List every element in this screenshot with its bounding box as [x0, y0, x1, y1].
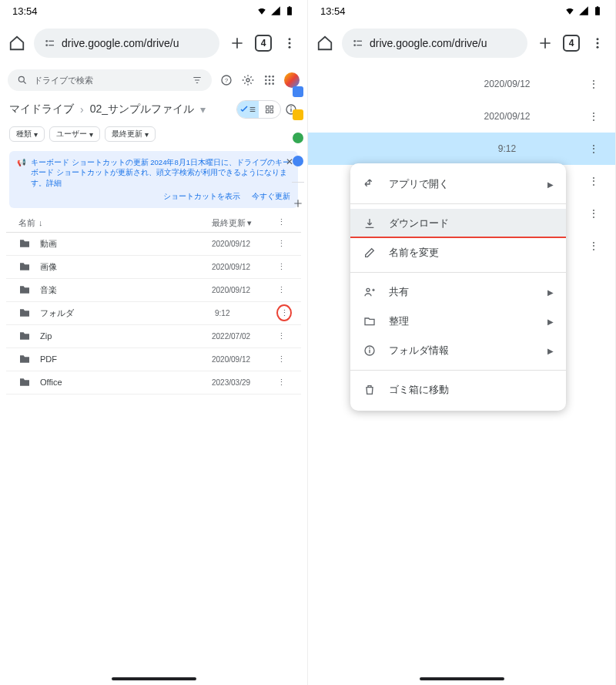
file-row[interactable]: PDF 2020/09/12 ⋮ [6, 348, 301, 371]
list-item-selected[interactable]: 9:12 ⋮ [308, 133, 615, 165]
folder-icon [18, 376, 31, 388]
row-more-button[interactable]: ⋮ [589, 111, 598, 122]
file-date: 2020/09/12 [212, 263, 273, 271]
menu-share[interactable]: 共有 ▶ [350, 277, 566, 307]
banner-action-show[interactable]: ショートカットを表示 [163, 192, 240, 200]
svg-point-12 [269, 76, 271, 78]
organize-icon [363, 315, 377, 327]
chevron-right-icon: › [80, 103, 84, 116]
file-name: Zip [40, 331, 212, 341]
column-name-label[interactable]: 名前 [18, 217, 35, 229]
row-more-button[interactable]: ⋮ [589, 240, 598, 251]
add-addon-button[interactable] [293, 198, 303, 209]
row-more-button[interactable]: ⋮ [273, 331, 289, 341]
caret-down-icon: ▾ [89, 130, 93, 139]
row-more-button[interactable]: ⋮ [273, 354, 289, 364]
menu-download[interactable]: ダウンロード [350, 209, 566, 238]
file-row[interactable]: 画像 2020/09/12 ⋮ [6, 256, 301, 279]
row-more-button[interactable]: ⋮ [273, 378, 289, 388]
svg-point-11 [265, 76, 267, 78]
row-more-button[interactable]: ⋮ [273, 285, 289, 295]
menu-trash[interactable]: ゴミ箱に移動 [350, 375, 566, 405]
file-row[interactable]: 動画 2020/09/12 ⋮ [6, 233, 301, 256]
filter-modified-chip[interactable]: 最終更新▾ [105, 126, 156, 142]
contacts-app-icon[interactable] [293, 156, 303, 166]
url-text: drive.google.com/drive/u [370, 37, 487, 49]
home-button[interactable] [316, 34, 334, 52]
breadcrumb-root[interactable]: マイドライブ [9, 102, 74, 116]
new-tab-button[interactable] [227, 33, 247, 53]
row-more-button[interactable]: ⋮ [273, 239, 289, 249]
tab-switcher[interactable]: 4 [563, 35, 580, 52]
status-bar: 13:54 [0, 0, 307, 22]
file-name: 音楽 [40, 284, 212, 296]
browser-menu-button[interactable] [588, 33, 608, 53]
header-more-button[interactable]: ⋮ [273, 217, 289, 229]
menu-label: 整理 [389, 314, 409, 328]
keep-app-icon[interactable] [293, 109, 303, 120]
filter-type-chip[interactable]: 種類▾ [9, 126, 45, 142]
svg-rect-23 [270, 110, 273, 113]
url-bar[interactable]: drive.google.com/drive/u [34, 29, 219, 58]
row-more-button[interactable]: ⋮ [589, 143, 598, 154]
svg-point-28 [353, 44, 356, 46]
wifi-icon [256, 5, 267, 16]
file-row[interactable]: Zip 2022/07/02 ⋮ [6, 325, 301, 348]
list-item[interactable]: 2020/09/12 ⋮ [308, 68, 615, 100]
svg-point-17 [265, 82, 267, 85]
view-toggle[interactable] [236, 100, 281, 119]
breadcrumb-current[interactable]: 02_サンプルファイル [90, 102, 194, 116]
menu-open-with[interactable]: アプリで開く ▶ [350, 170, 566, 199]
battery-icon [284, 5, 295, 16]
list-item[interactable]: 2020/09/12 ⋮ [308, 100, 615, 133]
menu-organize[interactable]: 整理 ▶ [350, 307, 566, 336]
search-input[interactable]: ドライブで検索 [8, 69, 212, 91]
nav-handle[interactable] [420, 677, 504, 680]
settings-button[interactable] [241, 73, 255, 87]
svg-point-31 [597, 38, 599, 40]
menu-divider [350, 370, 566, 371]
list-view-button[interactable] [237, 101, 259, 118]
svg-point-16 [272, 79, 274, 82]
banner-action-update[interactable]: 今すぐ更新 [252, 192, 290, 200]
folder-icon [18, 260, 31, 273]
row-more-button-highlighted[interactable]: ⋮ [276, 304, 292, 321]
menu-folder-info[interactable]: フォルダ情報 ▶ [350, 336, 566, 365]
calendar-app-icon[interactable] [293, 86, 303, 97]
svg-point-15 [269, 79, 271, 82]
signal-icon [270, 5, 281, 16]
file-row[interactable]: 音楽 2020/09/12 ⋮ [6, 279, 301, 302]
filter-user-chip[interactable]: ユーザー▾ [49, 126, 100, 142]
menu-rename[interactable]: 名前を変更 [350, 238, 566, 267]
more-vert-icon [283, 36, 296, 50]
trash-icon [363, 384, 377, 396]
gear-icon [242, 74, 254, 86]
file-name: 画像 [40, 261, 212, 273]
svg-point-27 [353, 40, 356, 42]
browser-menu-button[interactable] [280, 33, 300, 53]
support-button[interactable]: ? [219, 73, 233, 87]
svg-rect-29 [357, 41, 362, 42]
file-row[interactable]: フォルダ 9:12 ⋮ [6, 302, 301, 325]
caret-down-icon[interactable]: ▾ [200, 103, 206, 116]
tasks-app-icon[interactable] [293, 133, 303, 143]
context-menu: アプリで開く ▶ ダウンロード 名前を変更 共有 ▶ 整理 ▶ フォルダ情報 ▶… [350, 163, 566, 411]
wifi-icon [564, 5, 575, 16]
home-button[interactable] [8, 34, 26, 52]
nav-handle[interactable] [112, 677, 196, 680]
row-more-button[interactable]: ⋮ [589, 208, 598, 219]
row-more-button[interactable]: ⋮ [589, 79, 598, 89]
file-name: フォルダ [40, 307, 215, 319]
new-tab-button[interactable] [535, 33, 555, 53]
tab-switcher[interactable]: 4 [255, 35, 272, 52]
folder-icon [18, 330, 31, 342]
row-more-button[interactable]: ⋮ [589, 176, 598, 186]
row-more-button[interactable]: ⋮ [273, 262, 289, 272]
status-bar: 13:54 [308, 0, 615, 22]
url-bar[interactable]: drive.google.com/drive/u [342, 29, 527, 58]
column-date-label[interactable]: 最終更新 [212, 217, 246, 229]
grid-view-button[interactable] [259, 101, 280, 118]
apps-button[interactable] [263, 73, 276, 87]
file-row[interactable]: Office 2023/03/29 ⋮ [6, 371, 301, 395]
svg-point-4 [289, 38, 291, 40]
